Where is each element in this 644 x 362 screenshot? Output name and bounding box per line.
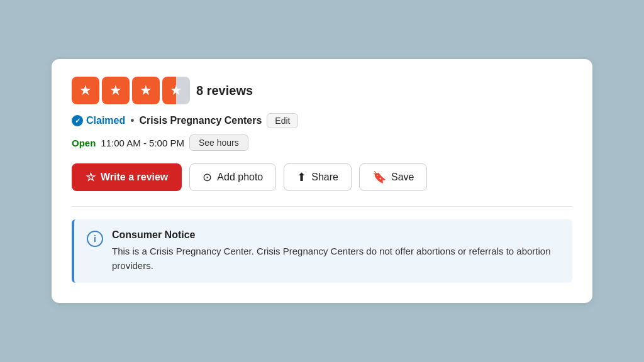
star-1: ★ [72,77,99,104]
star-icon-3: ★ [140,84,152,97]
camera-icon: ⊙ [203,172,212,183]
hours-row: Open 11:00 AM - 5:00 PM See hours [72,134,572,151]
business-card: ★ ★ ★ ★ 8 reviews ✓ Claimed • Crisis Pre… [52,59,592,303]
share-button[interactable]: ⬆ Share [284,163,352,191]
open-label: Open [72,138,96,148]
star-icon-4: ★ [170,84,182,97]
share-label: Share [311,172,338,183]
consumer-notice-box: i Consumer Notice This is a Crisis Pregn… [72,219,572,283]
share-icon: ⬆ [297,172,306,183]
star-4-half: ★ [162,77,190,104]
claimed-badge: ✓ Claimed [72,115,125,126]
business-name: Crisis Pregnancy Centers [140,115,262,126]
save-label: Save [391,172,414,183]
claimed-check-icon: ✓ [72,115,83,126]
dot-separator: • [130,114,134,128]
stars-container: ★ ★ ★ ★ [72,77,190,104]
write-review-button[interactable]: ☆ Write a review [72,163,182,191]
save-button[interactable]: 🔖 Save [359,163,427,191]
claimed-row: ✓ Claimed • Crisis Pregnancy Centers Edi… [72,113,572,128]
notice-title: Consumer Notice [112,229,560,241]
star-2: ★ [102,77,130,104]
star-icon-1: ★ [79,84,92,97]
see-hours-button[interactable]: See hours [189,134,248,151]
claimed-label: Claimed [86,115,125,126]
edit-button[interactable]: Edit [267,113,298,128]
write-review-label: Write a review [101,172,168,183]
notice-text: This is a Crisis Pregnancy Center. Crisi… [112,244,560,273]
add-photo-button[interactable]: ⊙ Add photo [189,163,276,191]
add-photo-label: Add photo [217,172,263,183]
star-3: ★ [132,77,160,104]
bookmark-icon: 🔖 [372,172,386,183]
star-outline-icon: ☆ [86,172,96,183]
notice-content: Consumer Notice This is a Crisis Pregnan… [112,229,560,273]
divider [72,206,572,207]
hours-text: 11:00 AM - 5:00 PM [101,138,184,148]
star-icon-2: ★ [109,84,122,97]
actions-row: ☆ Write a review ⊙ Add photo ⬆ Share 🔖 S… [72,163,572,191]
stars-row: ★ ★ ★ ★ 8 reviews [72,77,572,104]
info-icon: i [87,231,103,247]
review-count: 8 reviews [196,84,253,98]
